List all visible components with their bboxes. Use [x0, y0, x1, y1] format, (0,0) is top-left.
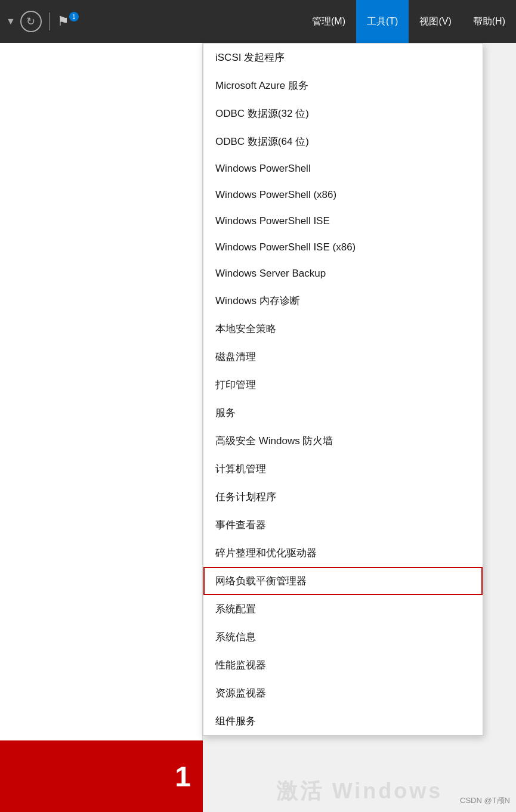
csdn-badge: CSDN @T颅N — [460, 795, 510, 806]
tools-dropdown-menu: iSCSI 发起程序Microsoft Azure 服务ODBC 数据源(32 … — [203, 43, 483, 736]
menu-bar: 管理(M) 工具(T) 视图(V) 帮助(H) — [301, 0, 516, 43]
menu-help[interactable]: 帮助(H) — [462, 0, 516, 43]
notification-badge: 1 — [69, 12, 79, 21]
menu-manage[interactable]: 管理(M) — [301, 0, 356, 43]
dropdown-item-6[interactable]: Windows PowerShell ISE — [203, 208, 483, 234]
toolbar-divider — [49, 13, 50, 30]
dropdown-item-1[interactable]: Microsoft Azure 服务 — [203, 72, 483, 100]
refresh-icon: ↻ — [26, 15, 35, 28]
dropdown-item-9[interactable]: Windows 内存诊断 — [203, 287, 483, 315]
red-bar-number: 1 — [175, 760, 191, 793]
dropdown-item-23[interactable]: 资源监视器 — [203, 679, 483, 707]
menu-view[interactable]: 视图(V) — [409, 0, 462, 43]
dropdown-item-10[interactable]: 本地安全策略 — [203, 315, 483, 343]
watermark-text: 激活 Windows — [276, 777, 443, 806]
dropdown-item-21[interactable]: 系统信息 — [203, 623, 483, 651]
dropdown-item-11[interactable]: 磁盘清理 — [203, 343, 483, 371]
dropdown-item-16[interactable]: 任务计划程序 — [203, 483, 483, 511]
dropdown-item-20[interactable]: 系统配置 — [203, 595, 483, 623]
dropdown-item-13[interactable]: 服务 — [203, 399, 483, 427]
dropdown-item-3[interactable]: ODBC 数据源(64 位) — [203, 128, 483, 156]
refresh-button[interactable]: ↻ — [20, 11, 42, 32]
dropdown-item-0[interactable]: iSCSI 发起程序 — [203, 44, 483, 72]
dropdown-item-18[interactable]: 碎片整理和优化驱动器 — [203, 539, 483, 567]
back-arrow-icon[interactable]: ▼ — [6, 16, 16, 27]
dropdown-item-19[interactable]: 网络负载平衡管理器 — [203, 567, 483, 595]
bottom-red-bar: 1 — [0, 740, 203, 812]
menu-tools[interactable]: 工具(T) — [356, 0, 409, 43]
left-panel: 1 — [0, 43, 203, 812]
dropdown-item-4[interactable]: Windows PowerShell — [203, 156, 483, 182]
dropdown-item-17[interactable]: 事件查看器 — [203, 511, 483, 539]
flag-icon: ⚑ — [57, 14, 69, 29]
dropdown-item-24[interactable]: 组件服务 — [203, 707, 483, 735]
dropdown-item-2[interactable]: ODBC 数据源(32 位) — [203, 100, 483, 128]
dropdown-item-14[interactable]: 高级安全 Windows 防火墙 — [203, 427, 483, 455]
dropdown-item-15[interactable]: 计算机管理 — [203, 455, 483, 483]
dropdown-item-22[interactable]: 性能监视器 — [203, 651, 483, 679]
dropdown-item-5[interactable]: Windows PowerShell (x86) — [203, 182, 483, 208]
dropdown-item-8[interactable]: Windows Server Backup — [203, 261, 483, 287]
dropdown-item-12[interactable]: 打印管理 — [203, 371, 483, 399]
dropdown-item-7[interactable]: Windows PowerShell ISE (x86) — [203, 234, 483, 261]
